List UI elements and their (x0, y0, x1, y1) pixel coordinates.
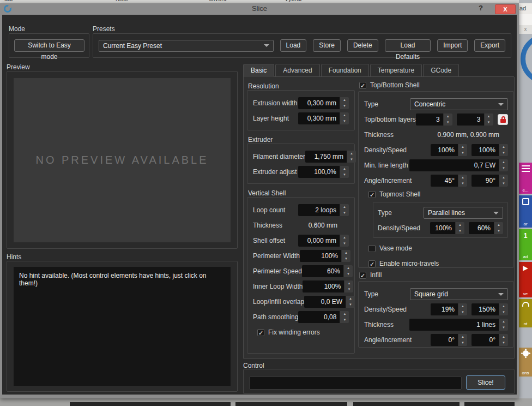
infill-thickness-spinner[interactable]: 1 lines ▲▼ (409, 319, 508, 331)
toolbar-button-clear[interactable]: ar (519, 195, 532, 228)
spin-buttons[interactable]: ▲▼ (346, 296, 355, 308)
vase-mode-toggle[interactable]: ✓ Vase mode (368, 242, 508, 254)
topmost-shell-checkbox[interactable]: ✓ (368, 191, 376, 198)
spin-buttons[interactable]: ▲▼ (340, 311, 349, 323)
spin-buttons[interactable]: ▲▼ (494, 222, 503, 234)
delete-button[interactable]: Delete (347, 39, 378, 52)
vase-mode-checkbox[interactable]: ✓ (368, 245, 376, 252)
spin-buttons[interactable]: ▲▼ (499, 144, 508, 156)
switch-easy-mode-button[interactable]: Switch to Easy mode (14, 39, 84, 52)
taskbar-item[interactable] (464, 402, 515, 406)
min-line-length-spinner[interactable]: 0,7 EW ▲▼ (409, 159, 508, 171)
top-bottom-shell-toggle[interactable]: ✓ Top/Bottom Shell (359, 81, 420, 89)
taskbar-item[interactable] (70, 402, 231, 406)
import-button[interactable]: Import (437, 39, 468, 52)
loop-count-spinner[interactable]: 2 loops ▲▼ (298, 204, 349, 216)
spin-buttons[interactable]: ▲▼ (499, 334, 508, 346)
spin-buttons[interactable]: ▲▼ (458, 175, 467, 187)
layer-height-spinner[interactable]: 0,300 mm ▲▼ (298, 112, 349, 124)
top-bottom-density-spinner[interactable]: 100% ▲▼ (431, 144, 467, 156)
fix-winding-errors-checkbox[interactable]: ✓ (257, 329, 264, 336)
top-bottom-angle-spinner[interactable]: 45° ▲▼ (431, 175, 467, 187)
perimeter-width-spinner[interactable]: 100% ▲▼ (300, 250, 350, 262)
tab-foundation[interactable]: Foundation (321, 64, 369, 76)
help-button[interactable]: ? (476, 4, 485, 14)
micro-travels-toggle[interactable]: ✓ Enable micro-travels (368, 258, 508, 270)
tab-temperature[interactable]: Temperature (370, 64, 422, 76)
load-button[interactable]: Load (280, 39, 307, 52)
bg-text-fragment: Otvorit (209, 0, 226, 2)
toolbar-button-load[interactable]: 1 ad (519, 229, 532, 260)
toolbar-button-options[interactable]: ons (519, 348, 532, 377)
micro-travels-checkbox[interactable]: ✓ (368, 260, 376, 267)
spin-buttons[interactable]: ▲▼ (499, 303, 508, 315)
chevron-down-icon (498, 103, 504, 106)
taskbar-item[interactable] (353, 402, 460, 406)
spin-buttons[interactable]: ▲▼ (344, 280, 353, 292)
infill-increment-spinner[interactable]: 0° ▲▼ (471, 334, 508, 346)
taskbar-strip[interactable] (0, 398, 532, 406)
taskbar-item[interactable] (235, 402, 347, 406)
spin-buttons[interactable]: ▲▼ (340, 204, 349, 216)
spin-buttons[interactable]: ▲▼ (340, 166, 349, 178)
close-button[interactable]: X (495, 4, 516, 14)
spin-buttons[interactable]: ▲▼ (499, 159, 508, 171)
extrusion-width-spinner[interactable]: 0,300 mm ▲▼ (298, 97, 349, 109)
spin-buttons[interactable]: ▲▼ (344, 265, 353, 277)
spin-buttons[interactable]: ▲▼ (444, 114, 452, 126)
perimeter-speed-spinner[interactable]: 60% ▲▼ (302, 265, 353, 277)
infill-density-spinner[interactable]: 19% ▲▼ (431, 303, 467, 315)
extruder-adjust-spinner[interactable]: 100,0% ▲▼ (298, 166, 349, 178)
topmost-density-spinner[interactable]: 100% ▲▼ (430, 222, 464, 234)
spin-up-icon: ▲ (499, 175, 508, 181)
preset-select[interactable]: Current Easy Preset (99, 40, 274, 52)
bottom-layers-spinner[interactable]: 3 ▲▼ (457, 114, 493, 126)
spin-up-icon: ▲ (340, 112, 349, 118)
filament-diameter-spinner[interactable]: 1,750 mm ▲▼ (305, 151, 356, 163)
top-layers-spinner[interactable]: 3 ▲▼ (416, 114, 452, 126)
bg-close-fragment[interactable]: x (519, 25, 532, 34)
spin-buttons[interactable]: ▲▼ (340, 97, 349, 109)
spin-buttons[interactable]: ▲▼ (456, 222, 464, 234)
tab-gcode[interactable]: GCode (423, 64, 459, 76)
spin-up-icon: ▲ (499, 319, 508, 325)
spin-buttons[interactable]: ▲▼ (499, 175, 508, 187)
path-smoothing-spinner[interactable]: 0,08 ▲▼ (298, 311, 349, 323)
loop-infill-overlap-spinner[interactable]: 0,0 EW ▲▼ (304, 296, 355, 308)
top-bottom-shell-checkbox[interactable]: ✓ (359, 82, 366, 89)
spin-buttons[interactable]: ▲▼ (342, 250, 350, 262)
spin-buttons[interactable]: ▲▼ (458, 303, 467, 315)
load-defaults-button[interactable]: Load Defaults (385, 39, 431, 52)
inner-loop-width-spinner[interactable]: 100% ▲▼ (303, 280, 353, 292)
topmost-type-select[interactable]: Parallel lines (424, 207, 503, 219)
spin-buttons[interactable]: ▲▼ (485, 114, 493, 126)
infill-type-select[interactable]: Square grid (410, 288, 508, 300)
shell-offset-spinner[interactable]: 0,000 mm ▲▼ (298, 235, 349, 247)
slice-button[interactable]: Slice! (466, 375, 505, 390)
spin-buttons[interactable]: ▲▼ (458, 334, 467, 346)
topmost-speed-spinner[interactable]: 60% ▲▼ (469, 222, 503, 234)
lock-button[interactable] (498, 114, 509, 125)
spin-buttons[interactable]: ▲▼ (340, 112, 349, 124)
top-bottom-type-select[interactable]: Concentric (410, 98, 508, 110)
toolbar-button-save[interactable]: ▶ ve (519, 262, 532, 297)
infill-speed-spinner[interactable]: 150% ▲▼ (471, 303, 508, 315)
spin-buttons[interactable]: ▲▼ (458, 144, 467, 156)
toolbar-button-print[interactable]: nt (519, 299, 532, 327)
spin-down-icon: ▼ (499, 340, 508, 346)
export-button[interactable]: Export (474, 39, 505, 52)
top-bottom-increment-spinner[interactable]: 90° ▲▼ (471, 175, 508, 187)
spin-buttons[interactable]: ▲▼ (347, 151, 356, 163)
top-bottom-speed-spinner[interactable]: 100% ▲▼ (471, 144, 508, 156)
store-button[interactable]: Store (313, 39, 341, 52)
spin-buttons[interactable]: ▲▼ (499, 319, 508, 331)
toolbar-button-presets[interactable]: e... (519, 163, 532, 194)
topmost-shell-toggle[interactable]: ✓ Topmost Shell (368, 190, 508, 199)
infill-checkbox[interactable]: ✓ (359, 272, 366, 279)
tab-basic[interactable]: Basic (243, 64, 274, 77)
spin-buttons[interactable]: ▲▼ (340, 235, 349, 247)
tab-advanced[interactable]: Advanced (275, 64, 319, 76)
infill-toggle[interactable]: ✓ Infill (359, 271, 382, 279)
dialog-titlebar[interactable]: Slice ? X (0, 3, 519, 15)
infill-angle-spinner[interactable]: 0° ▲▼ (431, 334, 467, 346)
